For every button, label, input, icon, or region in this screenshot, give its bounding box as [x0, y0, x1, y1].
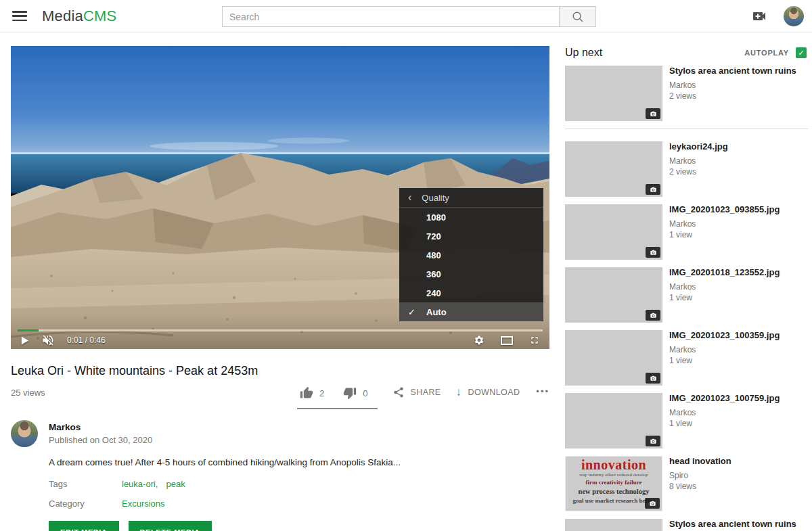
upload-video-icon [751, 8, 767, 24]
thumb-down-icon [343, 386, 357, 400]
menu-icon[interactable] [12, 11, 27, 21]
quality-menu-header[interactable]: ‹ Quality [399, 188, 543, 208]
upnext-title[interactable]: IMG_20201023_100359.jpg [669, 330, 780, 341]
upnext-item[interactable]: leykaori24.jpg Markos 2 views [565, 141, 808, 197]
download-icon: ↓ [456, 386, 462, 398]
video-thumbnail[interactable]: innovationway industry effect reduced de… [565, 456, 662, 511]
camera-icon [646, 184, 660, 195]
author-avatar[interactable] [11, 420, 38, 447]
upnext-item[interactable]: innovationway industry effect reduced de… [565, 456, 808, 511]
search-input[interactable] [222, 6, 560, 27]
up-next-heading: Up next [565, 47, 602, 59]
settings-button[interactable] [474, 335, 484, 346]
quality-option-360[interactable]: 360 [399, 264, 543, 283]
player-controls: 0:01 / 0:46 [11, 331, 549, 349]
upnext-author: Markos [669, 219, 780, 229]
video-thumbnail[interactable] [565, 519, 662, 531]
video-thumbnail[interactable] [565, 204, 662, 260]
autoplay-label: AUTOPLAY [744, 49, 789, 57]
camera-icon [646, 108, 660, 119]
video-thumbnail[interactable] [565, 66, 662, 121]
play-button[interactable] [20, 336, 29, 346]
quality-menu: ‹ Quality 1080720480360240✓Auto [399, 188, 543, 321]
quality-option-auto[interactable]: ✓Auto [399, 302, 543, 321]
upnext-divider [565, 129, 808, 129]
camera-icon [646, 373, 660, 384]
upnext-title[interactable]: Stylos area ancient town ruins [669, 66, 796, 76]
tag-link[interactable]: leuka-ori, [122, 479, 158, 489]
share-label: SHARE [411, 388, 441, 397]
edit-media-button[interactable]: EDIT MEDIA [49, 521, 119, 531]
camera-icon [646, 310, 660, 321]
share-button[interactable]: SHARE [392, 382, 441, 402]
upnext-title[interactable]: IMG_20201018_123552.jpg [669, 267, 780, 278]
thumb-up-icon [300, 386, 313, 400]
dislike-button[interactable]: 0 [343, 386, 367, 400]
theater-mode-button[interactable] [501, 336, 513, 345]
upnext-views: 1 view [669, 293, 780, 302]
published-date: Published on Oct 30, 2020 [49, 435, 152, 445]
camera-icon [646, 436, 660, 446]
fullscreen-button[interactable] [529, 335, 540, 346]
search-button[interactable] [560, 6, 596, 27]
upnext-item[interactable]: Stylos area ancient town ruins [565, 519, 808, 531]
camera-icon [646, 247, 660, 258]
upnext-item[interactable]: IMG_20201023_100359.jpg Markos 1 view [565, 330, 808, 386]
download-button[interactable]: ↓ DOWNLOAD [456, 382, 520, 402]
delete-media-button[interactable]: DELETE MEDIA [129, 521, 212, 531]
back-chevron-icon[interactable]: ‹ [408, 192, 411, 203]
upnext-title[interactable]: head inovation [669, 456, 731, 467]
volume-muted-icon [41, 333, 55, 347]
video-thumbnail[interactable] [565, 267, 662, 323]
check-icon: ✓ [798, 49, 804, 57]
upload-media-button[interactable] [751, 8, 767, 24]
upnext-item[interactable]: IMG_20201018_123552.jpg Markos 1 view [565, 267, 808, 323]
upnext-title[interactable]: IMG_20201023_100759.jpg [669, 393, 780, 404]
video-thumbnail[interactable] [565, 393, 662, 448]
time-display: 0:01 / 0:46 [67, 336, 106, 345]
category-label: Category [49, 499, 122, 509]
more-options-button[interactable]: ••• [536, 382, 549, 396]
upnext-item[interactable]: IMG_20201023_100759.jpg Markos 1 view [565, 393, 808, 448]
upnext-views: 2 views [669, 91, 796, 101]
user-avatar[interactable] [784, 6, 804, 26]
upnext-item[interactable]: IMG_20201023_093855.jpg Markos 1 view [565, 204, 808, 260]
author-name[interactable]: Markos [49, 420, 152, 432]
upnext-author: Markos [669, 345, 780, 354]
upnext-title[interactable]: Stylos area ancient town ruins [669, 519, 796, 530]
theater-mode-icon [501, 336, 513, 345]
video-thumbnail[interactable] [565, 330, 662, 386]
search-icon [571, 10, 585, 24]
quality-option-720[interactable]: 720 [399, 227, 543, 246]
like-button[interactable]: 2 [300, 386, 324, 400]
quality-option-480[interactable]: 480 [399, 246, 543, 264]
upnext-views: 8 views [669, 482, 731, 491]
video-description: A dream comes true! After 4-5 hours of c… [49, 457, 549, 467]
video-thumbnail[interactable] [565, 141, 662, 197]
search-bar [222, 6, 596, 27]
quality-option-1080[interactable]: 1080 [399, 208, 543, 227]
autoplay-toggle[interactable]: AUTOPLAY ✓ [744, 47, 807, 58]
category-row: Category Excursions [49, 499, 549, 509]
upnext-title[interactable]: leykaori24.jpg [669, 141, 728, 152]
ratings-group: 2 0 [297, 382, 377, 409]
views-count: 25 views [11, 382, 45, 398]
mute-button[interactable] [41, 333, 55, 347]
video-player[interactable]: ‹ Quality 1080720480360240✓Auto [11, 46, 549, 349]
tag-link[interactable]: peak [166, 479, 185, 489]
tags-label: Tags [49, 479, 122, 489]
upnext-item[interactable]: Stylos area ancient town ruins Markos 2 … [565, 66, 808, 121]
upnext-author: Markos [669, 80, 796, 90]
upnext-title[interactable]: IMG_20201023_093855.jpg [669, 204, 780, 215]
upnext-author: Spiro [669, 471, 731, 480]
tags-row: Tags leuka-ori,peak [49, 479, 549, 489]
upnext-views: 2 views [669, 167, 728, 177]
upnext-views: 1 view [669, 419, 780, 428]
dislike-count: 0 [363, 388, 367, 398]
category-link[interactable]: Excursions [122, 499, 165, 509]
autoplay-checkbox[interactable]: ✓ [796, 47, 807, 58]
camera-icon [645, 498, 660, 509]
quality-option-240[interactable]: 240 [399, 283, 543, 302]
logo[interactable]: MediaCMS [42, 7, 116, 25]
upnext-author: Markos [669, 408, 780, 417]
